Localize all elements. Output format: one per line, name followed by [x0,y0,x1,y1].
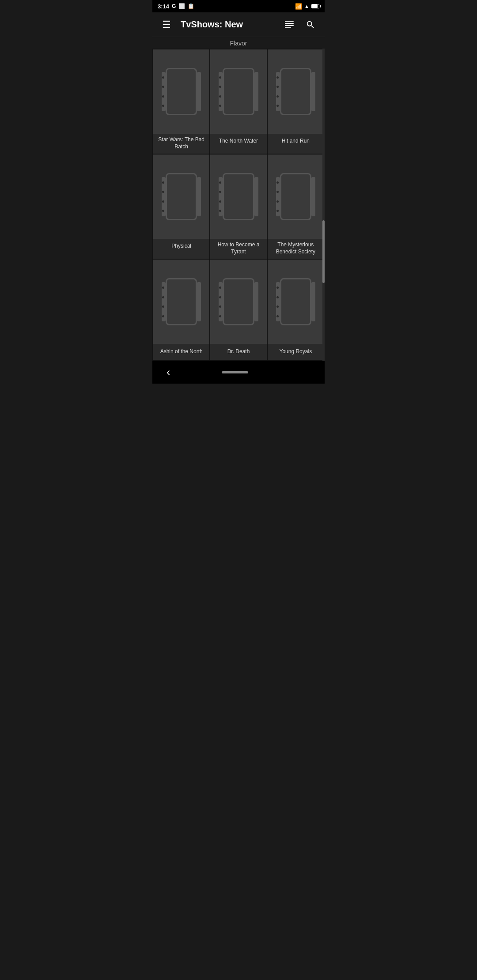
search-button[interactable] [303,18,318,32]
show-title: Young Royals [278,344,314,360]
film-icon [223,68,254,115]
wifi-icon: 📶 [295,3,302,10]
list-item[interactable]: Ashin of the North [153,260,209,360]
film-icon [280,173,311,220]
list-item[interactable]: The North Water [210,49,266,154]
section-label: Flavor [152,37,325,49]
menu-button[interactable]: ☰ [159,18,174,32]
poster-4 [153,155,209,239]
film-icon [223,278,254,325]
show-title: Hit and Run [280,134,311,150]
list-item[interactable]: How to Become a Tyrant [210,155,266,259]
poster-7 [153,260,209,344]
status-right: 📶 ▲ [295,3,319,10]
film-icon [166,278,197,325]
clipboard-icon: 📋 [188,3,194,9]
nav-pill [222,371,248,373]
google-icon: G [172,3,176,9]
show-title: Star Wars: The Bad Batch [153,134,209,154]
signal-icon: ▲ [304,4,309,9]
list-view-icon [285,21,294,28]
list-view-button[interactable] [282,18,296,32]
list-item[interactable]: Hit and Run [268,49,324,154]
show-title: How to Become a Tyrant [210,239,266,259]
app-bar: ☰ TvShows: New [152,12,325,37]
list-item[interactable]: Dr. Death [210,260,266,360]
scrollbar-thumb[interactable] [322,220,325,283]
poster-3 [268,49,324,134]
list-item[interactable]: The Mysterious Benedict Society [268,155,324,259]
list-item[interactable]: Star Wars: The Bad Batch [153,49,209,154]
poster-1 [153,49,209,134]
scrollbar-track [322,49,325,361]
show-title: Dr. Death [226,344,252,360]
status-time: 3:14 [158,3,169,10]
tv-shows-grid: Star Wars: The Bad Batch The North Water [152,49,325,361]
show-title: The Mysterious Benedict Society [268,239,324,259]
film-icon [280,278,311,325]
list-item[interactable]: Young Royals [268,260,324,360]
poster-2 [210,49,266,134]
list-item[interactable]: Physical [153,155,209,259]
screen-icon: ⬜ [178,3,185,9]
battery-icon [311,4,319,8]
show-title: Physical [170,239,193,255]
film-icon [223,173,254,220]
poster-5 [210,155,266,239]
show-title: Ashin of the North [159,344,204,360]
poster-8 [210,260,266,344]
search-icon [306,20,315,30]
film-icon [166,68,197,115]
poster-9 [268,260,324,344]
status-bar: 3:14 G ⬜ 📋 📶 ▲ [152,0,325,12]
back-button[interactable]: ‹ [163,362,174,382]
show-title: The North Water [217,134,260,150]
bottom-nav: ‹ [152,361,325,384]
status-left: 3:14 G ⬜ 📋 [158,3,194,10]
page-title: TvShows: New [181,19,275,30]
poster-6 [268,155,324,239]
film-icon [166,173,197,220]
film-icon [280,68,311,115]
